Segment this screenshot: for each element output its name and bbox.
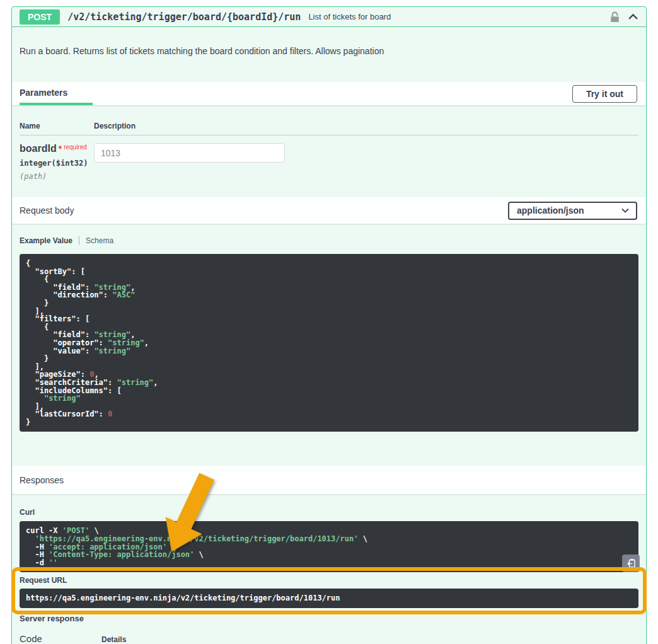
param-description-cell	[94, 143, 285, 181]
operation-description: Run a board. Returns list of tickets mat…	[12, 27, 646, 82]
endpoint-path[interactable]: /v2/ticketing/trigger/board/{boardId}/ru…	[67, 11, 301, 23]
media-type-selected: application/json	[517, 205, 584, 216]
media-type-select[interactable]: application/json	[508, 202, 637, 220]
table-row: boardId*required integer($int32) (path)	[20, 135, 638, 181]
server-response-table-head: Code Details	[20, 633, 638, 644]
request-url-value: https://qa5.engineering-env.ninja/v2/tic…	[20, 589, 638, 608]
method-badge: POST	[20, 9, 60, 25]
operation-header[interactable]: POST /v2/ticketing/trigger/board/{boardI…	[12, 7, 646, 27]
column-header-name: Name	[20, 122, 94, 130]
column-header-details: Details	[101, 635, 126, 644]
responses-section-header: Responses	[12, 466, 646, 494]
parameters-section-header: Parameters Try it out	[12, 82, 646, 105]
parameters-table-head: Name Description	[20, 105, 638, 135]
tab-parameters[interactable]: Parameters	[20, 82, 93, 105]
request-body-editor: Example Value Schema { "sortBy": [ { "fi…	[12, 224, 646, 466]
column-header-code: Code	[20, 633, 101, 644]
curl-label: Curl	[20, 508, 638, 517]
tab-example-value[interactable]: Example Value	[20, 236, 72, 245]
request-body-section-header: Request body application/json	[12, 197, 646, 224]
column-header-description: Description	[94, 122, 136, 130]
parameters-table: Name Description boardId*required intege…	[12, 105, 646, 197]
param-location: (path)	[20, 172, 94, 181]
chevron-down-icon	[621, 208, 629, 213]
responses-content: Curl curl -X 'POST' \ 'https://qa5.engin…	[12, 494, 646, 644]
auth-unlocked-padlock-icon[interactable]	[609, 11, 620, 23]
required-star: *	[59, 144, 62, 154]
param-type: integer($int32)	[20, 159, 94, 168]
operation-block-post: POST /v2/ticketing/trigger/board/{boardI…	[11, 6, 647, 644]
param-name-cell: boardId*required integer($int32) (path)	[20, 143, 94, 181]
param-name: boardId	[20, 143, 57, 154]
responses-title: Responses	[20, 475, 64, 485]
example-value-code: { "sortBy": [ { "field": "string", "dire…	[20, 254, 638, 432]
copy-to-clipboard-icon[interactable]	[622, 555, 640, 572]
required-label: required	[64, 144, 87, 151]
collapse-chevron-up-icon[interactable]	[628, 13, 638, 20]
tab-divider	[79, 236, 79, 245]
model-example-tabs: Example Value Schema	[20, 236, 638, 246]
curl-command-code: curl -X 'POST' \ 'https://qa5.engineerin…	[20, 521, 638, 572]
tab-schema[interactable]: Schema	[86, 236, 113, 245]
request-body-title: Request body	[20, 205, 74, 216]
boardid-input[interactable]	[94, 143, 285, 163]
endpoint-summary: List of tickets for board	[308, 12, 391, 21]
try-it-out-button[interactable]: Try it out	[572, 85, 637, 103]
server-response-label: Server response	[20, 614, 638, 623]
request-url-label: Request URL	[20, 576, 638, 585]
curl-wrap: curl -X 'POST' \ 'https://qa5.engineerin…	[20, 521, 638, 572]
parameters-title: Parameters	[20, 88, 67, 98]
